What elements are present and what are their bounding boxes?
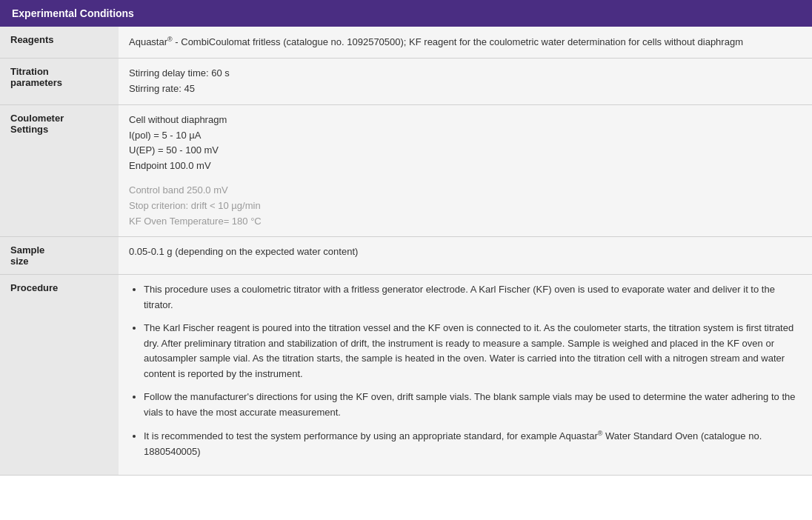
list-item: It is recommended to test the system per… xyxy=(144,428,802,460)
procedure-content: This procedure uses a coulometric titrat… xyxy=(119,275,812,475)
coulometer-content: Cell without diaphragm I(pol) = 5 - 10 µ… xyxy=(119,104,812,237)
coulometer-primary: Cell without diaphragm I(pol) = 5 - 10 µ… xyxy=(129,113,802,174)
table-row: Titrationparameters Stirring delay time:… xyxy=(0,59,812,105)
table-row: Samplesize 0.05-0.1 g (depending on the … xyxy=(0,237,812,275)
table-row: Reagents Aquastar® - CombiCoulomat fritl… xyxy=(0,27,812,59)
sample-content: 0.05-0.1 g (depending on the expected wa… xyxy=(119,237,812,275)
titration-line1: Stirring delay time: 60 s xyxy=(129,66,802,81)
sample-label: Samplesize xyxy=(0,237,119,275)
page-title: Experimental Conditions xyxy=(12,7,134,19)
coulometer-line4: Endpoint 100.0 mV xyxy=(129,159,802,174)
coulometer-label: CoulometerSettings xyxy=(0,104,119,237)
reagents-content: Aquastar® - CombiCoulomat fritless (cata… xyxy=(119,27,812,59)
titration-label: Titrationparameters xyxy=(0,59,119,105)
procedure-label: Procedure xyxy=(0,275,119,475)
coulometer-line2: I(pol) = 5 - 10 µA xyxy=(129,128,802,144)
coulometer-sec-line2: Stop criterion: drift < 10 µg/min xyxy=(129,199,802,214)
coulometer-sec-line1: Control band 250.0 mV xyxy=(129,183,802,199)
coulometer-sec-line3: KF Oven Temperature= 180 °C xyxy=(129,214,802,230)
reagents-label: Reagents xyxy=(0,27,119,59)
table-row: CoulometerSettings Cell without diaphrag… xyxy=(0,104,812,237)
main-table: Reagents Aquastar® - CombiCoulomat fritl… xyxy=(0,27,812,476)
list-item: The Karl Fischer reagent is poured into … xyxy=(144,321,802,382)
coulometer-secondary: Control band 250.0 mV Stop criterion: dr… xyxy=(129,183,802,229)
coulometer-line3: U(EP) = 50 - 100 mV xyxy=(129,143,802,159)
titration-line2: Stirring rate: 45 xyxy=(129,81,802,97)
sample-text: 0.05-0.1 g (depending on the expected wa… xyxy=(129,246,358,257)
table-row: Procedure This procedure uses a coulomet… xyxy=(0,275,812,475)
list-item: This procedure uses a coulometric titrat… xyxy=(144,282,802,313)
procedure-list: This procedure uses a coulometric titrat… xyxy=(144,282,802,459)
coulometer-line1: Cell without diaphragm xyxy=(129,113,802,128)
titration-content: Stirring delay time: 60 s Stirring rate:… xyxy=(119,59,812,105)
list-item: Follow the manufacturer's directions for… xyxy=(144,390,802,421)
page-header: Experimental Conditions xyxy=(0,0,812,27)
